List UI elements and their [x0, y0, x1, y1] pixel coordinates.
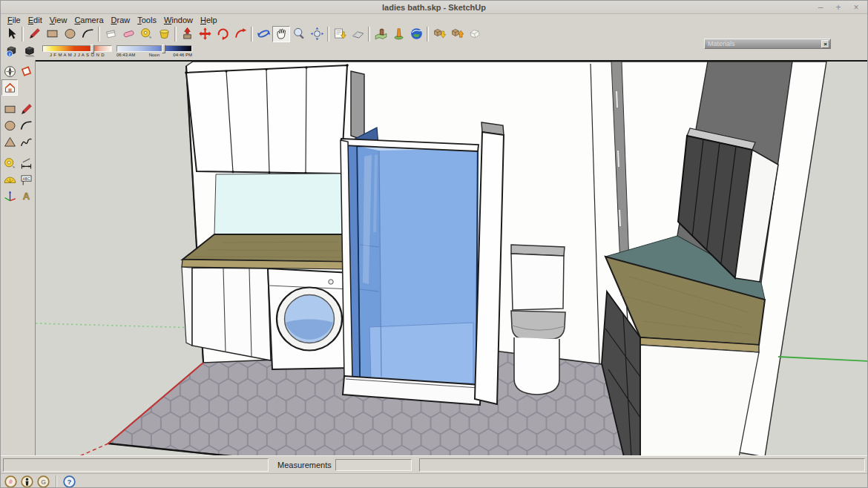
- move-arrows-icon: [198, 27, 212, 41]
- menu-draw[interactable]: Draw: [108, 16, 134, 24]
- protractor-tool-button[interactable]: [1, 171, 18, 188]
- share-model-button[interactable]: [448, 26, 466, 42]
- shadow-toggle-icon: [22, 44, 36, 59]
- get-view-icon: [333, 27, 347, 41]
- base-cabinets[interactable]: [182, 267, 271, 360]
- toggle-terrain-button[interactable]: [349, 26, 366, 42]
- text-tool-icon: ABC: [19, 173, 33, 187]
- pencil-icon: [27, 27, 42, 41]
- tape-measure-button-left[interactable]: [1, 155, 18, 171]
- shadow-settings-icon: i: [4, 44, 19, 59]
- circle-icon: [3, 119, 17, 133]
- rotate-tool-button[interactable]: [214, 26, 231, 42]
- 3d-text-tool-button[interactable]: A: [18, 188, 34, 204]
- time-slider-thumb[interactable]: [162, 44, 165, 53]
- rectangle-tool-button-left[interactable]: [1, 101, 18, 117]
- section-plane-button[interactable]: [18, 63, 34, 79]
- measurements-input[interactable]: [335, 459, 412, 471]
- pan-tool-button[interactable]: [272, 26, 290, 42]
- status-medallion-2[interactable]: [20, 475, 34, 488]
- white-lower-cabinets[interactable]: [640, 345, 759, 455]
- axes-tool-button[interactable]: [1, 188, 18, 204]
- wall-cabinets[interactable]: [185, 64, 349, 174]
- menu-tools[interactable]: Tools: [134, 16, 160, 24]
- tape-measure-button[interactable]: [137, 26, 155, 42]
- bottom-bar: G ?: [1, 473, 867, 488]
- arc-tool-button-left[interactable]: [18, 117, 34, 133]
- svg-text:i: i: [9, 50, 10, 56]
- circle-tool-button-left[interactable]: [1, 117, 18, 133]
- zoom-extents-button[interactable]: [308, 26, 326, 42]
- menu-file[interactable]: File: [4, 16, 24, 24]
- toolbar-separator: [327, 27, 329, 42]
- toilet[interactable]: [511, 245, 565, 395]
- zoom-magnifier-icon: [292, 27, 306, 41]
- date-slider-thumb[interactable]: [91, 44, 94, 53]
- zoom-tool-button[interactable]: [290, 26, 308, 42]
- title-bar[interactable]: ladies bath.skp - SketchUp – + ×: [1, 1, 867, 14]
- shadow-date-slider[interactable]: [42, 45, 112, 52]
- get-current-view-button[interactable]: [331, 26, 349, 42]
- arc-tool-button[interactable]: [79, 26, 96, 42]
- section-cut-house-icon: [3, 81, 17, 95]
- wall-side-strip[interactable]: [351, 71, 364, 140]
- left-tool-palette: ABC A: [1, 60, 36, 455]
- move-tool-button[interactable]: [196, 26, 214, 42]
- medallion-bulb-icon: [4, 475, 18, 488]
- push-pull-button[interactable]: [178, 26, 196, 42]
- menu-view[interactable]: View: [46, 16, 71, 24]
- help-button[interactable]: ?: [62, 475, 76, 488]
- time-noon-label: Noon: [149, 53, 160, 57]
- get-models-button[interactable]: [430, 26, 448, 42]
- line-tool-button[interactable]: [25, 26, 43, 42]
- paint-bucket-button[interactable]: [155, 26, 173, 42]
- text-tool-button[interactable]: ABC: [18, 171, 34, 188]
- status-medallion-1[interactable]: [4, 475, 18, 488]
- select-tool-button[interactable]: [2, 26, 20, 42]
- model-canvas[interactable]: [36, 62, 868, 455]
- circle-tool-button[interactable]: [61, 26, 79, 42]
- materials-panel[interactable]: Materials ×: [704, 39, 831, 49]
- compass-tool-button[interactable]: [1, 63, 18, 79]
- shadow-toggle-button[interactable]: [20, 43, 38, 59]
- freehand-icon: [19, 135, 33, 149]
- orbit-tool-button[interactable]: [254, 26, 272, 42]
- dimension-icon: [19, 156, 33, 171]
- dimension-tool-button[interactable]: [18, 155, 34, 171]
- shadow-time-slider[interactable]: [116, 45, 192, 52]
- freehand-tool-button[interactable]: [18, 133, 34, 150]
- materials-close-button[interactable]: ×: [821, 40, 829, 48]
- menu-help[interactable]: Help: [197, 16, 221, 24]
- close-button[interactable]: ×: [851, 2, 861, 13]
- photo-texture-button[interactable]: [389, 26, 407, 42]
- rectangle-tool-button[interactable]: [43, 26, 61, 42]
- menu-camera[interactable]: Camera: [70, 16, 107, 24]
- washing-machine[interactable]: [268, 268, 352, 369]
- measurements-label: Measurements: [277, 461, 332, 469]
- share-component-button[interactable]: [466, 26, 484, 42]
- compass-icon: [3, 65, 17, 79]
- follow-me-button[interactable]: [231, 26, 249, 42]
- tile-backsplash[interactable]: [214, 174, 347, 234]
- medallion-person-icon: [20, 475, 34, 488]
- minimize-button[interactable]: –: [815, 2, 826, 13]
- line-tool-button-left[interactable]: [18, 101, 34, 117]
- google-earth-button[interactable]: [407, 26, 425, 42]
- toolbar-separator: [174, 27, 177, 42]
- menu-edit[interactable]: Edit: [24, 16, 46, 24]
- model-viewport[interactable]: [36, 60, 868, 455]
- wood-countertop-left[interactable]: [182, 234, 349, 269]
- shadow-settings-button[interactable]: i: [2, 43, 20, 59]
- place-model-button[interactable]: [372, 26, 389, 42]
- section-cut-button[interactable]: [1, 79, 18, 96]
- toolbar-separator: [427, 27, 429, 42]
- maximize-button[interactable]: +: [833, 2, 844, 13]
- svg-text:G: G: [41, 478, 46, 485]
- time-end-label: 04:46 PM: [173, 53, 192, 57]
- polygon-tool-button[interactable]: [1, 133, 18, 150]
- status-medallion-3[interactable]: G: [36, 475, 50, 488]
- menu-window[interactable]: Window: [160, 16, 197, 24]
- eraser-tool-button[interactable]: [119, 26, 137, 42]
- make-component-button[interactable]: [102, 26, 119, 42]
- orbit-icon: [257, 27, 271, 41]
